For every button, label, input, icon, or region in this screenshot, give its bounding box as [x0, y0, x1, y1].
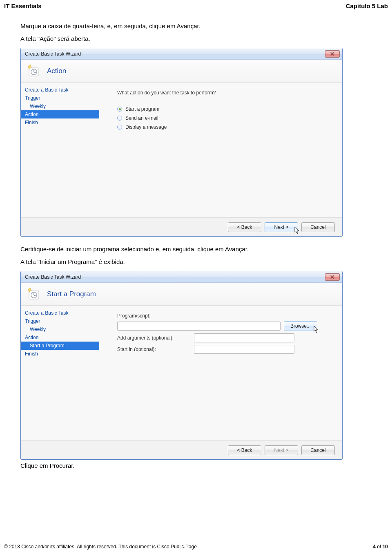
- create-basic-task-wizard-window: Create Basic Task Wizard Action: [20, 48, 343, 237]
- cursor-icon: [294, 227, 300, 234]
- action-prompt: What action do you want the task to perf…: [117, 90, 333, 96]
- radio-send-email-row[interactable]: Send an e-mail: [117, 114, 333, 123]
- radio-label: Start a program: [125, 106, 159, 112]
- wizard-button-row: < Back Next > Cancel: [21, 440, 342, 459]
- footer-page-number: 4 of 10: [373, 544, 388, 550]
- start-in-label: Start in (optional):: [117, 346, 191, 352]
- wizard-nav: Create a Basic Task Trigger Weekly Actio…: [21, 306, 99, 440]
- back-button[interactable]: < Back: [228, 445, 261, 455]
- window-title: Create Basic Task Wizard: [25, 274, 81, 280]
- add-arguments-input[interactable]: [194, 333, 294, 342]
- wizard-step-title: Start a Program: [47, 290, 96, 298]
- window-title: Create Basic Task Wizard: [25, 51, 81, 57]
- nav-weekly[interactable]: Weekly: [21, 102, 99, 110]
- program-script-label: Program/script:: [117, 313, 333, 319]
- nav-action[interactable]: Action: [21, 333, 99, 342]
- close-button[interactable]: [325, 273, 340, 281]
- instruction-text: Certifique-se de iniciar um programa sel…: [20, 246, 372, 253]
- next-button: Next >: [265, 445, 298, 455]
- nav-trigger[interactable]: Trigger: [21, 317, 99, 325]
- radio-start-program-row[interactable]: Start a program: [117, 105, 333, 114]
- wizard-header: Start a Program: [21, 283, 342, 306]
- create-basic-task-wizard-window: Create Basic Task Wizard Start a: [20, 271, 343, 460]
- nav-finish[interactable]: Finish: [21, 118, 99, 127]
- nav-create-basic-task[interactable]: Create a Basic Task: [21, 86, 99, 94]
- page-total: 10: [383, 544, 388, 550]
- window-titlebar[interactable]: Create Basic Task Wizard: [21, 48, 342, 60]
- radio-icon: [117, 125, 122, 130]
- task-wizard-icon: [27, 287, 41, 302]
- page-of: of: [376, 544, 383, 550]
- nav-action[interactable]: Action: [21, 110, 99, 118]
- browse-button-label: Browse...: [290, 323, 311, 329]
- cursor-icon: [314, 326, 319, 333]
- instruction-text: Marque a caixa de quarta-feira, e, em se…: [20, 22, 372, 29]
- program-script-input[interactable]: [117, 322, 281, 331]
- nav-create-basic-task[interactable]: Create a Basic Task: [21, 309, 99, 317]
- wizard-nav: Create a Basic Task Trigger Weekly Actio…: [21, 83, 99, 217]
- cancel-button[interactable]: Cancel: [301, 445, 335, 455]
- wizard-button-row: < Back Next > Cancel: [21, 217, 342, 236]
- window-titlebar[interactable]: Create Basic Task Wizard: [21, 271, 342, 283]
- browse-button[interactable]: Browse...: [284, 321, 317, 331]
- nav-weekly[interactable]: Weekly: [21, 325, 99, 333]
- cancel-button[interactable]: Cancel: [301, 222, 335, 232]
- radio-label: Display a message: [125, 124, 167, 130]
- wizard-header: Action: [21, 60, 342, 83]
- radio-display-message-row[interactable]: Display a message: [117, 123, 333, 132]
- nav-finish[interactable]: Finish: [21, 350, 99, 358]
- instruction-text: A tela "Ação" será aberta.: [20, 35, 372, 42]
- wizard-step-title: Action: [47, 67, 66, 75]
- next-button-label: Next >: [274, 224, 288, 230]
- radio-icon: [117, 116, 122, 121]
- task-wizard-icon: [27, 64, 41, 78]
- close-icon: [330, 275, 334, 279]
- nav-trigger[interactable]: Trigger: [21, 94, 99, 102]
- instruction-text: A tela "Iniciar um Programa" é exibida.: [20, 258, 372, 265]
- doc-header-right: Capítulo 5 Lab: [346, 2, 388, 9]
- back-button[interactable]: < Back: [228, 222, 261, 232]
- instruction-text: Clique em Procurar.: [20, 462, 372, 469]
- add-arguments-label: Add arguments (optional):: [117, 335, 191, 341]
- footer-copyright: © 2013 Cisco and/or its affiliates. All …: [4, 544, 197, 550]
- page-current: 4: [373, 544, 376, 550]
- close-icon: [330, 52, 334, 56]
- doc-header-left: IT Essentials: [4, 2, 42, 9]
- radio-label: Send an e-mail: [125, 115, 158, 121]
- radio-icon: [117, 107, 122, 112]
- nav-start-a-program[interactable]: Start a Program: [21, 342, 99, 350]
- next-button[interactable]: Next >: [265, 222, 298, 232]
- start-in-input[interactable]: [194, 345, 294, 354]
- close-button[interactable]: [325, 50, 340, 58]
